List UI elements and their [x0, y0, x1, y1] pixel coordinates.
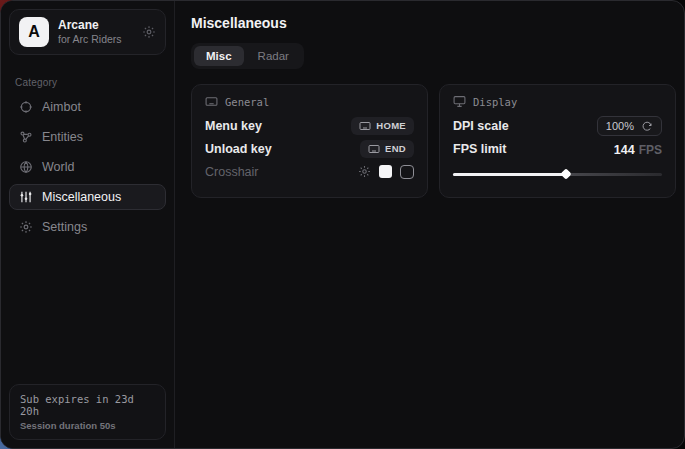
unload-key-bind-button[interactable]: END — [360, 140, 414, 158]
settings-cards: General Menu key HOME Unload key — [191, 84, 676, 198]
dpi-scale-control[interactable]: 100% — [597, 116, 662, 136]
dpi-scale-value: 100% — [606, 120, 634, 132]
unload-key-value: END — [385, 143, 406, 154]
crosshair-row: Crosshair — [205, 160, 414, 183]
app-logo: A — [19, 17, 49, 47]
sidebar-item-world[interactable]: World — [9, 154, 166, 180]
crosshair-color-swatch[interactable] — [379, 165, 392, 178]
sidebar-item-miscellaneous[interactable]: Miscellaneous — [9, 184, 166, 210]
dpi-scale-row: DPI scale 100% — [453, 114, 662, 137]
gear-icon — [19, 220, 33, 234]
menu-key-label: Menu key — [205, 119, 262, 133]
sidebar-item-label: Aimbot — [42, 100, 81, 114]
dpi-scale-label: DPI scale — [453, 119, 509, 133]
menu-key-row: Menu key HOME — [205, 114, 414, 137]
keyboard-icon — [368, 143, 380, 155]
fps-limit-value-group: 144FPS — [614, 140, 662, 158]
sliders-icon — [19, 190, 33, 204]
app-header-card: A Arcane for Arc Riders — [9, 9, 166, 55]
tab-bar: Misc Radar — [191, 43, 304, 69]
app-window: A Arcane for Arc Riders Category Aimbot — [0, 0, 685, 449]
display-card: Display DPI scale 100% FPS limit 144FPS — [439, 84, 676, 198]
sidebar-item-label: World — [42, 160, 74, 174]
crosshair-label: Crosshair — [205, 165, 259, 179]
sub-expiry-text: Sub expires in 23d 20h — [20, 393, 155, 417]
fps-limit-slider[interactable] — [453, 170, 662, 178]
app-header-text: Arcane for Arc Riders — [58, 18, 133, 46]
sidebar-item-settings[interactable]: Settings — [9, 214, 166, 240]
globe-icon — [19, 160, 33, 174]
main-content: Miscellaneous Misc Radar General Menu ke… — [175, 1, 685, 448]
fps-limit-row: FPS limit 144FPS — [453, 137, 662, 160]
category-label: Category — [15, 77, 160, 88]
sidebar-item-aimbot[interactable]: Aimbot — [9, 94, 166, 120]
general-card: General Menu key HOME Unload key — [191, 84, 428, 198]
unload-key-row: Unload key END — [205, 137, 414, 160]
keyboard-icon — [359, 120, 371, 132]
keyboard-icon — [205, 95, 218, 108]
fps-limit-value: 144 — [614, 143, 635, 157]
page-title: Miscellaneous — [191, 15, 676, 31]
slider-thumb[interactable] — [560, 168, 571, 179]
sidebar-nav: Aimbot Entities World Miscellaneous — [1, 94, 174, 240]
sidebar-item-label: Entities — [42, 130, 83, 144]
general-card-header: General — [205, 95, 414, 108]
sidebar-item-entities[interactable]: Entities — [9, 124, 166, 150]
sidebar-item-label: Miscellaneous — [42, 190, 121, 204]
refresh-icon[interactable] — [641, 120, 653, 132]
display-card-header: Display — [453, 95, 662, 108]
crosshair-controls — [358, 165, 414, 179]
menu-key-value: HOME — [376, 120, 406, 131]
app-title: Arcane — [58, 18, 133, 33]
general-card-title: General — [225, 96, 269, 108]
tab-misc[interactable]: Misc — [194, 46, 244, 66]
subscription-info-card: Sub expires in 23d 20h Session duration … — [9, 384, 166, 440]
crosshair-icon — [19, 100, 33, 114]
sidebar-item-label: Settings — [42, 220, 87, 234]
unload-key-label: Unload key — [205, 142, 272, 156]
menu-key-bind-button[interactable]: HOME — [351, 117, 414, 135]
app-subtitle: for Arc Riders — [58, 33, 133, 46]
tab-radar[interactable]: Radar — [246, 46, 301, 66]
gear-icon[interactable] — [358, 165, 371, 178]
fps-limit-unit: FPS — [639, 143, 662, 157]
display-card-title: Display — [473, 96, 517, 108]
fps-limit-label: FPS limit — [453, 142, 506, 156]
sidebar: A Arcane for Arc Riders Category Aimbot — [1, 1, 175, 448]
slider-fill — [453, 173, 566, 177]
entities-icon — [19, 130, 33, 144]
gear-icon[interactable] — [142, 25, 156, 39]
monitor-icon — [453, 95, 466, 108]
crosshair-checkbox[interactable] — [400, 165, 414, 179]
session-duration-text: Session duration 50s — [20, 420, 155, 431]
